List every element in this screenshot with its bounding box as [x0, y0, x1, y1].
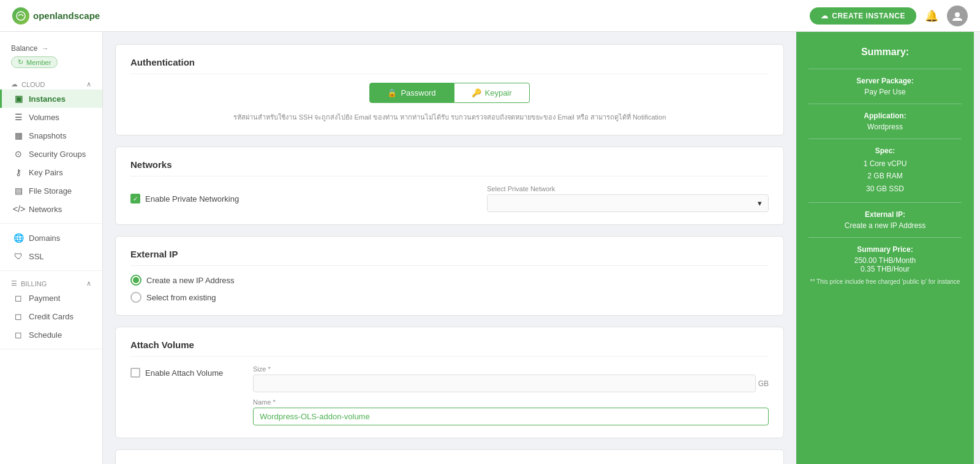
- sidebar-item-schedule[interactable]: ◻ Schedule: [0, 325, 102, 344]
- instances-icon: ▣: [13, 94, 24, 104]
- summary-title: Summary:: [809, 47, 962, 58]
- password-tab[interactable]: 🔒 Password: [369, 83, 453, 103]
- credit-card-icon: ◻: [13, 311, 24, 321]
- hostname-card: Hostname Hostname * 💻 กรุณาใช้เฉพาะตัวอั…: [115, 449, 784, 464]
- sidebar-member-badge: ↻ Member: [11, 56, 58, 68]
- ssl-icon: 🛡: [13, 251, 24, 261]
- auth-tabs: 🔒 Password 🔑 Keypair: [130, 83, 769, 103]
- notifications-button[interactable]: 🔔: [925, 9, 938, 23]
- select-existing-ip-radio[interactable]: [130, 292, 141, 303]
- cloud-section-toggle[interactable]: ∧: [86, 80, 91, 88]
- main-content: Authentication 🔒 Password 🔑 Keypair รหัส…: [103, 32, 796, 464]
- sidebar-divider-2: [0, 270, 102, 271]
- server-package-label: Server Package:: [809, 77, 962, 85]
- volume-name-field: Name *: [253, 398, 769, 425]
- sidebar-item-ssl[interactable]: 🛡 SSL: [0, 247, 102, 265]
- payment-icon: ◻: [13, 293, 24, 303]
- volume-name-input[interactable]: [253, 408, 769, 425]
- summary-price-label: Summary Price:: [809, 245, 962, 254]
- summary-divider-2: [809, 104, 962, 104]
- billing-icon: ☰: [11, 280, 17, 287]
- size-label: Size *: [253, 365, 769, 373]
- external-ip-summary-label: External IP:: [809, 210, 962, 219]
- attach-volume-fields: Size * GB Name *: [253, 365, 769, 425]
- balance-arrow-icon: →: [41, 44, 48, 53]
- server-package-value: Pay Per Use: [809, 88, 962, 96]
- sidebar-balance[interactable]: Balance →: [0, 40, 102, 55]
- logo-icon: [12, 7, 29, 25]
- security-icon: ⊙: [13, 149, 24, 159]
- balance-label: Balance: [11, 44, 37, 53]
- size-input-group: GB: [253, 375, 769, 392]
- attach-volume-left: Enable Attach Volume: [130, 365, 241, 378]
- billing-toggle[interactable]: ∧: [86, 280, 91, 287]
- sidebar-item-snapshots[interactable]: ▦ Snapshots: [0, 126, 102, 145]
- attach-volume-row: Enable Attach Volume Size * GB Name *: [130, 365, 769, 425]
- dropdown-chevron-icon: ▾: [758, 199, 762, 208]
- user-avatar-button[interactable]: [947, 6, 968, 26]
- cloud-section-icon: ☁: [11, 80, 18, 88]
- create-new-ip-radio[interactable]: [130, 275, 141, 286]
- sidebar-cloud-section: ☁ Cloud ∧: [0, 77, 102, 89]
- price-hourly: 0.35 THB/Hour: [809, 265, 962, 273]
- sidebar-item-payment[interactable]: ◻ Payment: [0, 289, 102, 307]
- sidebar-item-volumes[interactable]: ☰ Volumes: [0, 108, 102, 126]
- spec-label: Spec:: [809, 146, 962, 155]
- spec-cpu: 1 Core vCPU: [809, 158, 962, 170]
- radio-selected-icon: [133, 277, 139, 283]
- sidebar-billing-section: ☰ Billing ∧: [0, 276, 102, 289]
- size-field: Size * GB: [253, 365, 769, 392]
- svg-point-0: [17, 12, 25, 20]
- enable-private-networking-label[interactable]: ✓ Enable Private Networking: [130, 194, 239, 203]
- checkbox-empty-icon: [130, 368, 140, 378]
- size-unit-label: GB: [758, 379, 769, 388]
- networks-icon: </>: [13, 204, 24, 214]
- external-ip-card: External IP Create a new IP Address Sele…: [115, 236, 784, 316]
- sidebar-item-instances[interactable]: ▣ Instances: [0, 89, 102, 108]
- authentication-card: Authentication 🔒 Password 🔑 Keypair รหัส…: [115, 44, 784, 135]
- lock-icon: 🔒: [387, 88, 397, 97]
- cloud-icon: ☁: [821, 12, 829, 20]
- volumes-icon: ☰: [13, 112, 24, 122]
- summary-divider-3: [809, 139, 962, 139]
- external-ip-title: External IP: [130, 249, 769, 266]
- page-layout: Balance → ↻ Member ☁ Cloud ∧ ▣ Instances…: [0, 32, 980, 464]
- domains-icon: 🌐: [13, 233, 24, 243]
- create-instance-button[interactable]: ☁ CREATE INSTANCE: [810, 7, 916, 25]
- topnav-actions: ☁ CREATE INSTANCE 🔔: [810, 6, 968, 26]
- file-storage-icon: ▤: [13, 186, 24, 196]
- svg-point-1: [955, 12, 960, 17]
- enable-attach-volume-label[interactable]: Enable Attach Volume: [130, 368, 223, 378]
- create-new-ip-label[interactable]: Create a new IP Address: [130, 275, 769, 286]
- spec-ram: 2 GB RAM: [809, 170, 962, 182]
- sidebar-item-domains[interactable]: 🌐 Domains: [0, 229, 102, 247]
- select-private-network-control[interactable]: ▾: [487, 194, 769, 212]
- sidebar: Balance → ↻ Member ☁ Cloud ∧ ▣ Instances…: [0, 32, 103, 464]
- networks-card: Networks ✓ Enable Private Networking Sel…: [115, 146, 784, 225]
- sidebar-divider-3: [0, 349, 102, 349]
- keypair-tab[interactable]: 🔑 Keypair: [454, 83, 530, 103]
- key-tab-icon: 🔑: [472, 88, 481, 97]
- schedule-icon: ◻: [13, 330, 24, 340]
- price-note: ** This price include free charged 'publ…: [809, 278, 962, 285]
- snapshots-icon: ▦: [13, 131, 24, 140]
- size-input[interactable]: [253, 375, 756, 392]
- external-ip-summary-value: Create a new IP Address: [809, 221, 962, 230]
- key-icon: ⚷: [13, 167, 24, 177]
- summary-divider-4: [809, 202, 962, 203]
- volume-name-label: Name *: [253, 398, 769, 406]
- summary-divider-5: [809, 237, 962, 238]
- summary-divider-1: [809, 69, 962, 69]
- attach-volume-title: Attach Volume: [130, 340, 769, 357]
- sidebar-item-credit-cards[interactable]: ◻ Credit Cards: [0, 307, 102, 325]
- sidebar-item-key-pairs[interactable]: ⚷ Key Pairs: [0, 163, 102, 181]
- logo-text: openlandscape: [33, 10, 100, 21]
- select-existing-ip-label[interactable]: Select from existing: [130, 292, 769, 303]
- sidebar-item-file-storage[interactable]: ▤ File Storage: [0, 181, 102, 200]
- application-value: Wordpress: [809, 123, 962, 131]
- sidebar-item-security-groups[interactable]: ⊙ Security Groups: [0, 145, 102, 163]
- price-monthly: 250.00 THB/Month: [809, 256, 962, 265]
- authentication-title: Authentication: [130, 57, 769, 74]
- refresh-icon: ↻: [18, 58, 23, 66]
- sidebar-item-networks[interactable]: </> Networks: [0, 200, 102, 218]
